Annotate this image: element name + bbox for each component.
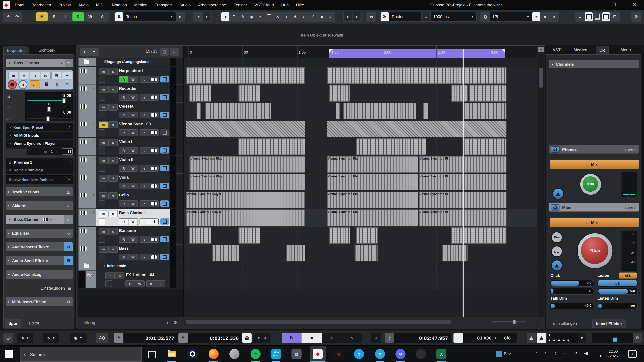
- open-instrument-button[interactable]: o: [156, 281, 165, 287]
- open-device-button[interactable]: →: [62, 148, 73, 155]
- midi-event[interactable]: [327, 121, 506, 137]
- section-insert-icon[interactable]: ⊟: [64, 242, 73, 251]
- vertical-scroll-thumb[interactable]: [539, 68, 543, 88]
- cycle-end-marker[interactable]: [502, 49, 505, 53]
- tool-glue[interactable]: ⁀: [265, 12, 273, 21]
- midi-event[interactable]: Vienna Synchron Pla: [327, 210, 418, 226]
- notification-button[interactable]: 1: [628, 350, 636, 358]
- midi-event[interactable]: Vienna Synchron Play: [190, 174, 305, 190]
- inspector-monitor-button[interactable]: ◀: [18, 80, 28, 89]
- right-zone-tab-vsti[interactable]: VSTi: [550, 45, 565, 54]
- open-instrument-button[interactable]: [149, 130, 158, 136]
- crossfade-icon[interactable]: ⋈: [367, 12, 375, 21]
- drum-map-row[interactable]: ◍Keine Drum-Map: [6, 166, 73, 174]
- inspector-section-equalizer[interactable]: ▸Equalizer◇: [6, 229, 73, 238]
- left-zone-toggle[interactable]: [585, 12, 593, 21]
- open-instrument-button[interactable]: [149, 147, 158, 153]
- inspector-trackhead-bass-clarinet[interactable]: ▼Bass Clarinet▸e: [6, 215, 73, 224]
- tap-tempo-button[interactable]: [537, 333, 546, 343]
- output-routing-button[interactable]: [160, 94, 169, 100]
- tool-hand[interactable]: ✱: [291, 12, 299, 21]
- midi-event[interactable]: [238, 227, 260, 244]
- automation-icon[interactable]: ⇅: [115, 12, 123, 21]
- taskbar-app-calculator[interactable]: ▦: [288, 346, 304, 362]
- mute-button[interactable]: m: [98, 121, 108, 128]
- output-routing-button[interactable]: [160, 76, 169, 82]
- main-preview-button[interactable]: ▷‥: [551, 246, 562, 257]
- midi-event[interactable]: [186, 67, 305, 84]
- main-metronome-button[interactable]: [551, 260, 562, 271]
- horizontal-scrollbar[interactable]: [184, 319, 538, 325]
- read-button[interactable]: R: [119, 183, 128, 189]
- tool-comb[interactable]: ≋: [300, 12, 308, 21]
- open-instrument-button[interactable]: [149, 165, 158, 171]
- phones-level-knob[interactable]: 0.00: [580, 174, 602, 195]
- iterative-quantize-icon[interactable]: »: [541, 12, 549, 21]
- menu-item-hub[interactable]: Hub: [281, 2, 289, 7]
- track-row-10[interactable]: 10msBassoonRWe: [78, 227, 183, 245]
- inspector-lock-button[interactable]: [42, 80, 51, 87]
- color-dropdown[interactable]: ▼: [352, 12, 360, 21]
- output-routing-button[interactable]: [160, 165, 169, 171]
- inspector-section-akkorde[interactable]: ▸Akkorde≡: [6, 201, 73, 210]
- left-locator-display[interactable]: 0:01:32.577: [124, 333, 178, 343]
- menu-item-transport[interactable]: Transport: [155, 2, 172, 7]
- menu-item-fenster[interactable]: Fenster: [234, 2, 247, 7]
- section-faders-icon[interactable]: ≡: [64, 201, 73, 210]
- inspector-write-button[interactable]: W: [40, 72, 51, 79]
- taskbar-app-firefox[interactable]: [206, 346, 222, 362]
- edit-channel-button[interactable]: e: [146, 281, 156, 287]
- edit-channel-button[interactable]: e: [140, 201, 149, 207]
- main-dim-button[interactable]: Dim: [551, 232, 562, 243]
- record-button[interactable]: ○: [342, 333, 362, 343]
- midi-record-mode-button[interactable]: ◉▼: [70, 333, 86, 343]
- locator-lock-button[interactable]: [242, 333, 252, 343]
- track-row-9[interactable]: 9msBass ClarinetRWe: [78, 209, 183, 227]
- midi-event[interactable]: Vienna Synchron Pl: [418, 210, 506, 226]
- add-track-button[interactable]: +: [80, 48, 89, 56]
- listen-level-slider[interactable]: 0.0: [598, 288, 638, 295]
- write-button[interactable]: W: [128, 130, 138, 136]
- record-enable-checkbox[interactable]: [98, 200, 105, 207]
- main-level-knob[interactable]: -15.5: [577, 233, 613, 269]
- tool-line[interactable]: ∕: [308, 12, 317, 21]
- record-enable-checkbox[interactable]: [98, 165, 105, 172]
- midi-event[interactable]: [464, 138, 506, 155]
- track-row-5[interactable]: 5msViolin IRWe: [78, 138, 183, 156]
- output-routing-button[interactable]: [160, 236, 169, 242]
- maximize-button[interactable]: ❐: [612, 2, 616, 7]
- menu-item-audio[interactable]: Audio: [78, 2, 88, 7]
- minimize-button[interactable]: —: [591, 2, 595, 7]
- read-button[interactable]: R: [119, 165, 128, 171]
- tool-range[interactable]: ⌶: [230, 12, 238, 21]
- mute-button[interactable]: m: [98, 157, 108, 164]
- metronome-button[interactable]: [526, 333, 536, 343]
- output-routing-button[interactable]: [160, 147, 169, 153]
- edit-channel-button[interactable]: e: [140, 130, 149, 136]
- tool-curve[interactable]: ∿: [326, 12, 334, 21]
- track-row-4[interactable]: 4msVienna Sync...03RWe: [78, 120, 183, 138]
- inspector-section-midi-insert-effekte[interactable]: ▸MIDI-Insert-Effekte⊟: [6, 297, 73, 306]
- audio-record-mode-button[interactable]: ∿▼: [43, 333, 59, 343]
- mute-button[interactable]: m: [98, 86, 108, 93]
- transport-clock-button[interactable]: ◷: [3, 333, 13, 343]
- search-input[interactable]: ⌕ Suchen: [20, 347, 142, 362]
- close-button[interactable]: ✕: [632, 2, 636, 7]
- edit-channel-button[interactable]: e: [140, 112, 149, 118]
- tool-eraser[interactable]: ◆: [248, 12, 256, 21]
- zoom-slider[interactable]: [492, 322, 525, 323]
- auto-quantize-button[interactable]: AQ: [96, 333, 108, 343]
- track-row-6[interactable]: 6msViolin IIRWe: [78, 156, 183, 174]
- solo-all-button[interactable]: S: [48, 12, 60, 21]
- cycle-region[interactable]: [329, 49, 505, 58]
- midi-event[interactable]: [356, 138, 426, 155]
- solo-button[interactable]: s: [108, 68, 118, 75]
- solo-button[interactable]: s: [108, 104, 118, 111]
- inspector-section-track-versions[interactable]: ▸Track Versions▥: [6, 187, 73, 196]
- tray-expand-icon[interactable]: ⌃: [535, 351, 538, 356]
- midi-event[interactable]: Vienna Synchron Pl: [418, 156, 506, 173]
- solo-button[interactable]: s: [108, 139, 118, 146]
- retro-record-dropdown[interactable]: Rückwirkende Aufnahme▼: [6, 175, 74, 184]
- midi-event[interactable]: [212, 245, 239, 261]
- midi-event[interactable]: [196, 103, 200, 119]
